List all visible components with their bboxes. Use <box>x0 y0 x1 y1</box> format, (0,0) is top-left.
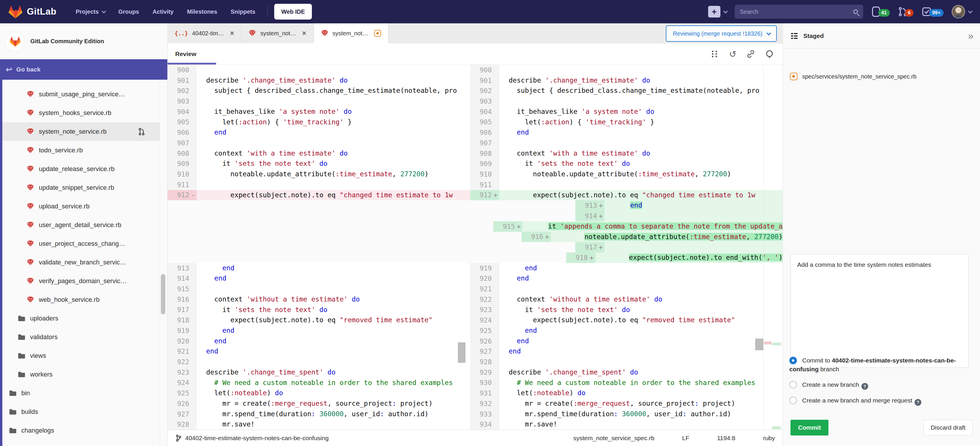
editor-tab-1[interactable]: system_not…× <box>242 23 313 43</box>
tree-item-uploaders[interactable]: uploaders <box>2 309 160 328</box>
code-line[interactable]: it 'appends a comma to separate the note… <box>522 221 783 232</box>
todos-counter[interactable]: 99+ <box>921 6 943 17</box>
code-line[interactable] <box>500 284 783 294</box>
tree-item-views[interactable]: views <box>2 346 160 365</box>
code-line[interactable]: let(:noteable) do <box>197 388 470 398</box>
tree-item-validators[interactable]: validators <box>2 328 160 346</box>
discard-draft-button[interactable]: Discard draft <box>923 420 973 435</box>
nav-link-snippets[interactable]: Snippets <box>231 8 255 15</box>
project-header[interactable]: GitLab Community Edition <box>0 23 167 59</box>
tree-item-submit_usage_ping_service-[interactable]: submit_usage_ping_service… <box>2 85 160 104</box>
close-tab-icon[interactable]: × <box>230 29 234 38</box>
code-line[interactable]: describe '.change_time_spent' do <box>500 367 783 378</box>
help-icon[interactable]: ? <box>861 383 868 390</box>
go-back-button[interactable]: ↩ Go back <box>0 59 167 80</box>
side-by-side-diff[interactable]: 900900901describe '.change_time_estimate… <box>168 65 783 430</box>
code-line[interactable]: describe '.change_time_estimate' do <box>197 75 470 86</box>
code-line[interactable] <box>500 96 783 106</box>
code-line[interactable]: let(:action) { 'time_tracking' } <box>197 117 470 127</box>
status-file-name[interactable]: system_note_service_spec.rb <box>573 435 654 441</box>
code-line[interactable] <box>500 65 783 75</box>
editor-tab-0[interactable]: {..}40402-tim…× <box>168 23 242 43</box>
tree-item-web_hook_service.rb[interactable]: web_hook_service.rb <box>2 290 160 309</box>
code-line[interactable]: end <box>500 127 783 138</box>
tree-item-bin[interactable]: bin <box>2 384 160 403</box>
code-line[interactable]: end <box>500 263 783 273</box>
nav-link-groups[interactable]: Groups <box>118 8 139 15</box>
review-tab[interactable]: Review <box>175 51 196 57</box>
code-line[interactable]: end <box>500 273 783 284</box>
new-menu-button[interactable]: + <box>708 6 727 17</box>
code-line[interactable]: mr.save! <box>197 419 470 430</box>
commit-button[interactable]: Commit <box>791 420 829 435</box>
code-line[interactable]: it 'sets the note text' do <box>500 159 783 169</box>
code-line[interactable] <box>197 284 470 294</box>
code-line[interactable]: end <box>197 263 470 273</box>
radio-new-branch[interactable]: Create a new branch? <box>789 380 975 390</box>
tree-item-system_hooks_service.rb[interactable]: system_hooks_service.rb <box>2 104 160 122</box>
radio-commit-to-branch[interactable]: Commit to 40402-time-estimate-system-not… <box>789 356 975 374</box>
diff-settings-icon[interactable] <box>711 50 719 59</box>
code-line[interactable]: expect(subject.note).to eq "changed time… <box>197 190 470 200</box>
commit-message-input[interactable]: Add a comma to the time system notes est… <box>791 254 969 368</box>
right-pane-scrollbar-thumb[interactable] <box>755 338 763 350</box>
history-icon[interactable]: ↺ <box>729 49 737 59</box>
code-line[interactable]: end <box>500 325 783 336</box>
code-line[interactable]: noteable.update_attribute(:time_estimate… <box>500 169 783 179</box>
review-mode-dropdown[interactable]: Reviewing (merge request !18326) <box>666 25 777 42</box>
tree-item-user_project_access_chang-[interactable]: user_project_access_chang… <box>2 234 160 253</box>
nav-link-activity[interactable]: Activity <box>153 8 173 15</box>
code-line[interactable]: mr.spend_time(duration: 360000, user_id:… <box>500 409 783 419</box>
feedback-icon[interactable] <box>765 50 774 59</box>
code-line[interactable]: expect(subject.note).to end_with(', ') <box>595 252 783 263</box>
tree-item-builds[interactable]: builds <box>2 403 160 421</box>
code-line[interactable]: end <box>500 346 783 357</box>
code-line[interactable] <box>197 65 470 75</box>
code-line[interactable]: describe '.change_time_estimate' do <box>500 75 783 86</box>
tree-item-update_release_service.rb[interactable]: update_release_service.rb <box>2 160 160 178</box>
code-line[interactable]: subject { described_class.change_time_es… <box>500 86 783 96</box>
code-line[interactable]: it_behaves_like 'a system note' do <box>197 106 470 117</box>
code-line[interactable]: mr.save! <box>500 419 783 430</box>
tree-item-config[interactable]: config <box>2 440 160 446</box>
code-line[interactable] <box>605 211 783 221</box>
code-line[interactable]: mr = create(:merge_request, source_proje… <box>500 398 783 409</box>
link-icon[interactable] <box>746 50 755 59</box>
code-line[interactable]: it 'sets the note text' do <box>197 159 470 169</box>
left-pane-scrollbar-thumb[interactable] <box>458 342 466 363</box>
search-box[interactable] <box>735 5 863 19</box>
tree-item-update_snippet_service.rb[interactable]: update_snippet_service.rb <box>2 178 160 197</box>
code-line[interactable]: end <box>197 325 470 336</box>
code-line[interactable]: mr.spend_time(duration: 360000, user_id:… <box>197 409 470 419</box>
tree-item-upload_service.rb[interactable]: upload_service.rb <box>2 197 160 216</box>
code-line[interactable]: expect(subject.note).to eq "removed time… <box>197 315 470 325</box>
radio-new-branch-mr[interactable]: Create a new branch and merge request? <box>789 396 975 405</box>
code-line[interactable]: mr = create(:merge_request, source_proje… <box>197 398 470 409</box>
code-line[interactable]: it 'sets the note text' do <box>197 305 470 315</box>
code-line[interactable]: # We need a custom noteable in order to … <box>500 378 783 388</box>
tree-item-workers[interactable]: workers <box>2 365 160 384</box>
tree-item-verify_pages_domain_servic-[interactable]: verify_pages_domain_servic… <box>2 272 160 290</box>
tree-item-validate_new_branch_servic-[interactable]: validate_new_branch_servic… <box>2 253 160 272</box>
nav-link-projects[interactable]: Projects <box>76 8 105 15</box>
code-line[interactable] <box>605 242 783 252</box>
issues-counter[interactable]: 41 <box>871 6 890 17</box>
code-line[interactable] <box>500 179 783 190</box>
code-line[interactable]: context 'without a time estimate' do <box>197 294 470 305</box>
code-line[interactable]: noteable.update_attribute(:time_estimate… <box>197 169 470 179</box>
status-language[interactable]: ruby <box>763 435 775 441</box>
code-line[interactable] <box>197 96 470 106</box>
code-line[interactable]: context 'without a time estimate' do <box>500 294 783 305</box>
tree-item-todo_service.rb[interactable]: todo_service.rb <box>2 141 160 160</box>
code-line[interactable]: it_behaves_like 'a system note' do <box>500 106 783 117</box>
code-line[interactable] <box>197 357 470 367</box>
sidebar-scrollbar-thumb[interactable] <box>161 274 165 314</box>
search-input[interactable] <box>740 8 853 15</box>
code-line[interactable]: end <box>197 127 470 138</box>
code-line[interactable]: end <box>197 336 470 346</box>
merge-requests-counter[interactable]: 6 <box>898 6 913 17</box>
code-line[interactable]: noteable.update_attribute(:time_estimate… <box>551 232 783 242</box>
code-line[interactable]: expect(subject.note).to eq "changed time… <box>500 190 783 200</box>
code-line[interactable]: end <box>500 336 783 346</box>
user-menu[interactable] <box>952 5 971 18</box>
